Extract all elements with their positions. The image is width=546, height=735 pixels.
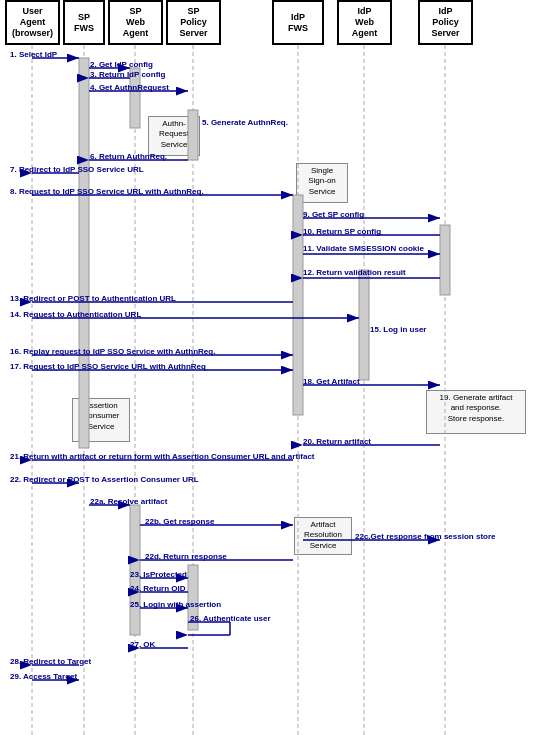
msg-24: 24. Return OID <box>130 584 186 593</box>
msg-17: 17. Request to IdP SSO Service URL with … <box>10 362 206 371</box>
msg-18: 18. Get Artifact <box>303 377 360 386</box>
msg-12: 12. Return validation result <box>303 268 406 277</box>
note-artifact-resolution: ArtifactResolutionService <box>294 517 352 555</box>
msg-2: 2. Get IdP config <box>90 60 153 69</box>
actor-sppol: SPPolicyServer <box>166 0 221 45</box>
msg-25: 25. Login with assertion <box>130 600 221 609</box>
msg-29: 29. Access Target <box>10 672 77 681</box>
svg-rect-14 <box>440 225 450 295</box>
svg-rect-12 <box>293 195 303 415</box>
note-sso-service: SingleSign-onService <box>296 163 348 203</box>
msg-22: 22. Redirect or POST to Assertion Consum… <box>10 475 199 484</box>
msg-22c: 22c.Get response from session store <box>355 532 496 541</box>
msg-6: 6. Return AuthnReq. <box>90 152 167 161</box>
svg-rect-13 <box>359 270 369 380</box>
msg-20: 20. Return artifact <box>303 437 371 446</box>
msg-11: 11. Validate SMSESSION cookie <box>303 244 424 253</box>
actor-idppol: IdPPolicyServer <box>418 0 473 45</box>
msg-15: 15. Log in user <box>370 325 426 334</box>
svg-rect-7 <box>79 58 89 448</box>
msg-4: 4. Get AuthnRequest <box>90 83 169 92</box>
actor-spwa: SPWebAgent <box>108 0 163 45</box>
actor-ua: User Agent(browser) <box>5 0 60 45</box>
note-assertion-consumer: AssertionConsumerService <box>72 398 130 442</box>
msg-14: 14. Request to Authentication URL <box>10 310 141 319</box>
actor-spfws: SPFWS <box>63 0 105 45</box>
msg-23: 23. IsProtected <box>130 570 187 579</box>
msg-22a: 22a. Resolve artifact <box>90 497 167 506</box>
note-generate-artifact: 19. Generate artifactand response.Store … <box>426 390 526 434</box>
msg-28: 28. Redirect to Target <box>10 657 91 666</box>
msg-10: 10. Return SP config <box>303 227 381 236</box>
actor-idpwa: IdPWebAgent <box>337 0 392 45</box>
note-authn-request: Authn-RequestService <box>148 116 200 156</box>
msg-22d: 22d. Return response <box>145 552 227 561</box>
msg-1: 1. Select IdP <box>10 50 57 59</box>
msg-3: 3. Return IdP config <box>90 70 165 79</box>
msg-22b: 22b. Get response <box>145 517 214 526</box>
msg-13: 13. Redirect or POST to Authentication U… <box>10 294 176 303</box>
sequence-diagram: User Agent(browser) SPFWS SPWebAgent SPP… <box>0 0 546 735</box>
msg-7: 7. Redirect to IdP SSO Service URL <box>10 165 144 174</box>
msg-9: 9. Get SP config <box>303 210 364 219</box>
msg-21: 21. Return with artifact or return form … <box>10 452 315 461</box>
msg-16: 16. Replay request to IdP SSO Service wi… <box>10 347 215 356</box>
msg-5: 5. Generate AuthnReq. <box>202 118 288 127</box>
msg-8: 8. Request to IdP SSO Service URL with A… <box>10 187 204 196</box>
msg-27: 27. OK <box>130 640 155 649</box>
actor-idpfws: IdPFWS <box>272 0 324 45</box>
msg-26: 26. Authenticate user <box>190 614 271 623</box>
